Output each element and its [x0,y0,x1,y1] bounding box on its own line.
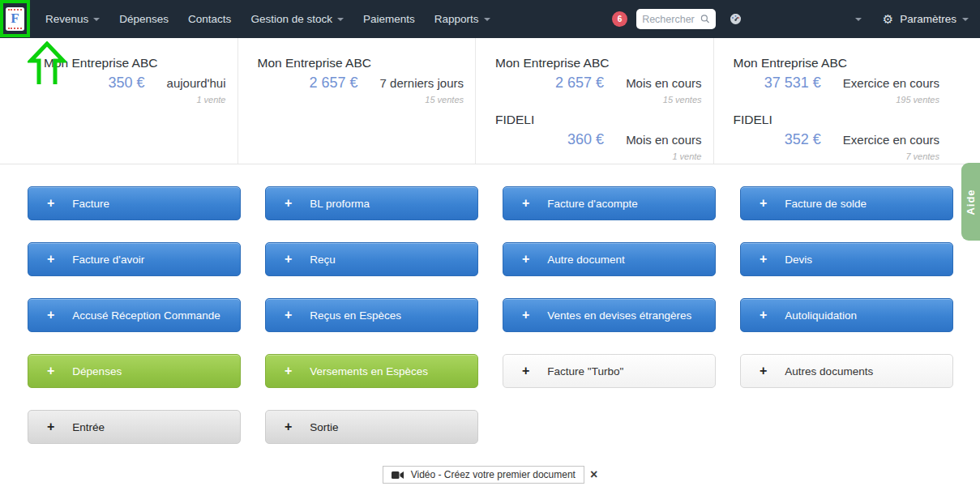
search-input[interactable] [642,14,700,25]
button-label: Facture d'avoir [72,254,144,266]
stats-entry-row: 360 €Mois en cours [495,131,702,148]
menu-item-contacts[interactable]: Contacts [178,0,241,38]
plus-icon: + [285,253,292,266]
stats-card-4: Mon Entreprise ABC37 531 €Exercice en co… [714,38,980,164]
user-dropdown-caret-icon[interactable] [855,18,862,21]
help-tab-label: Aide [965,189,977,215]
sales-count: 1 vente [19,95,226,104]
create-facture-d-acompte-button[interactable]: +Facture d'acompte [503,186,716,220]
stats-entry-row: 2 657 €Mois en cours [495,75,702,92]
plus-icon: + [522,197,529,210]
annotation-highlight-box: F [0,0,30,37]
create-bl-proforma-button[interactable]: +BL proforma [265,186,478,220]
menu-item-paiements[interactable]: Paiements [353,0,425,38]
button-label: Facture de solde [785,198,867,210]
create-entree-button[interactable]: +Entrée [28,410,241,444]
create-facture-d-avoir-button[interactable]: +Facture d'avoir [28,242,241,276]
stats-section-mon-entreprise-abc: Mon Entreprise ABC37 531 €Exercice en co… [734,56,940,104]
menu-item-depenses[interactable]: Dépenses [109,0,178,38]
create-facture-de-solde-button[interactable]: +Facture de solde [740,186,953,220]
navbar-right-group: ⚙ Paramètres [855,13,980,25]
create-depenses-button[interactable]: +Dépenses [28,354,241,388]
plus-icon: + [285,309,292,322]
company-name: Mon Entreprise ABC [258,56,464,70]
stats-entry-row: 352 €Exercice en cours [734,131,940,148]
create-autres-documents-button[interactable]: +Autres documents [740,354,953,388]
sales-count: 15 ventes [258,95,464,104]
sales-count: 15 ventes [495,95,702,104]
company-name: Mon Entreprise ABC [44,56,226,70]
plus-icon: + [760,309,767,322]
search-icon[interactable] [700,13,710,25]
gear-icon[interactable]: ⚙ [883,13,893,25]
sales-amount: 360 € [567,131,604,148]
create-ventes-en-devises-etrangeres-button[interactable]: +Ventes en devises étrangères [503,298,716,332]
create-versements-en-especes-button[interactable]: +Versements en Espèces [265,354,478,388]
video-camera-icon [392,471,404,480]
button-label: BL proforma [310,198,370,210]
button-label: Entrée [72,421,105,433]
stats-entry-row: 2 657 €7 derniers jours [258,75,464,92]
stats-section-mon-entreprise-abc: Mon Entreprise ABC2 657 €Mois en cours15… [495,56,702,104]
stats-cards-row: Mon Entreprise ABC350 €aujourd'hui1 vent… [0,38,980,164]
button-label: Reçus en Espèces [310,309,401,322]
create-autre-document-button[interactable]: +Autre document [503,242,716,276]
period-label: 7 derniers jours [380,76,464,90]
sales-amount: 2 657 € [310,75,358,92]
company-name: Mon Entreprise ABC [734,56,940,70]
search-box[interactable] [636,9,716,29]
close-icon[interactable]: × [590,468,597,481]
settings-menu[interactable]: Paramètres [900,13,969,25]
company-name: FIDELI [495,113,702,127]
create-recu-button[interactable]: +Reçu [265,242,478,276]
sales-count: 7 ventes [734,151,940,161]
help-tab[interactable]: Aide [961,163,980,241]
video-link-label: Vidéo - Créez votre premier document [411,469,576,480]
menu-item-gestion-de-stock[interactable]: Gestion de stock [241,0,353,38]
plus-icon: + [47,420,54,433]
menu-item-label: Gestion de stock [250,13,332,25]
plus-icon: + [285,420,292,433]
stats-card-2: Mon Entreprise ABC2 657 €7 derniers jour… [238,38,477,164]
button-label: Autre document [547,254,624,266]
notification-badge[interactable]: 6 [612,11,627,27]
menu-item-rapports[interactable]: Rapports [425,0,500,38]
stats-section-fideli: FIDELI360 €Mois en cours1 vente [495,113,702,161]
button-label: Autoliquidation [785,309,857,322]
stats-section-mon-entreprise-abc: Mon Entreprise ABC2 657 €7 derniers jour… [258,56,464,104]
menu-item-revenus[interactable]: Revenus [36,0,109,38]
plus-icon: + [760,197,767,210]
plus-icon: + [522,365,529,377]
create-devis-button[interactable]: +Devis [740,242,953,276]
navbar-menu: RevenusDépensesContactsGestion de stockP… [36,0,500,38]
video-banner: Vidéo - Créez votre premier document × [0,466,980,484]
dashboard-gauge-icon[interactable] [729,12,742,26]
create-autoliquidation-button[interactable]: +Autoliquidation [740,298,953,332]
menu-item-label: Paiements [363,13,415,25]
plus-icon: + [47,309,54,322]
sales-count: 1 vente [495,151,702,161]
app-logo[interactable]: F [6,7,24,31]
menu-item-label: Revenus [45,13,88,25]
plus-icon: + [47,253,54,266]
menu-item-label: Rapports [434,13,479,25]
menu-item-label: Dépenses [119,13,169,25]
plus-icon: + [47,197,54,210]
create-facture-button[interactable]: +Facture [28,186,241,220]
company-name: Mon Entreprise ABC [495,56,702,70]
create-facture-turbo-button[interactable]: +Facture "Turbo" [503,354,716,388]
period-label: aujourd'hui [167,76,226,90]
button-label: Facture "Turbo" [547,365,623,377]
logo-stitch-decoration [8,28,22,29]
button-label: Accusé Réception Commande [72,309,220,322]
create-recus-en-especes-button[interactable]: +Reçus en Espèces [265,298,478,332]
sales-amount: 2 657 € [555,75,604,92]
video-link[interactable]: Vidéo - Créez votre premier document [383,466,584,484]
create-sortie-button[interactable]: +Sortie [265,410,478,444]
create-accuse-reception-commande-button[interactable]: +Accusé Réception Commande [28,298,241,332]
document-actions-grid: +Facture+BL proforma+Facture d'acompte+F… [0,164,980,444]
logo-letter: F [11,11,19,27]
period-label: Exercice en cours [843,133,939,147]
sales-amount: 37 531 € [764,75,821,92]
caret-down-icon [337,18,344,21]
